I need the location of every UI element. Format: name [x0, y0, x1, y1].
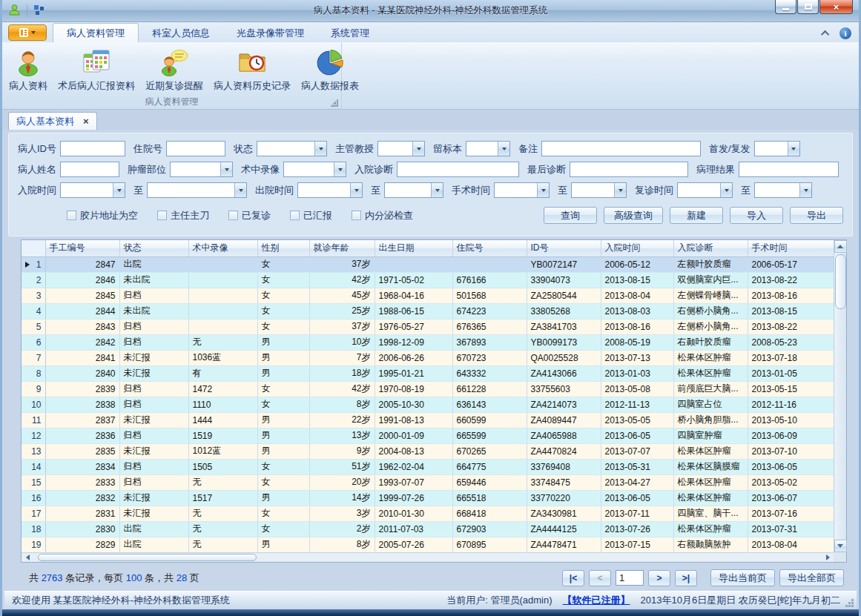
column-header[interactable]: 状态 [119, 240, 188, 256]
filter-input[interactable] [166, 141, 225, 156]
filter-combo[interactable] [377, 141, 425, 156]
scroll-left-button[interactable] [22, 553, 33, 562]
doc-tab-close-icon[interactable]: × [83, 116, 89, 127]
combo-dropdown-button[interactable] [334, 162, 346, 176]
column-header[interactable]: 入院时间 [601, 240, 673, 256]
checkbox-icon[interactable] [290, 211, 300, 220]
filter-combo[interactable] [170, 162, 233, 177]
filter-checkbox[interactable]: 主任主刀 [157, 209, 209, 222]
resize-grip-icon[interactable] [851, 605, 854, 607]
filter-input[interactable] [570, 162, 688, 177]
combo-dropdown-button[interactable] [314, 142, 326, 156]
table-row[interactable]: 102838归档1110女8岁2005-10-30636143ZA4214073… [22, 397, 834, 412]
vertical-scroll-thumb[interactable] [835, 254, 846, 309]
ribbon-tab[interactable]: 系统管理 [317, 24, 383, 42]
table-row[interactable]: 72841未汇报1036蓝男7岁2006-06-26670723QA002552… [22, 350, 834, 365]
export-all-pages-button[interactable]: 导出全部页 [779, 569, 844, 586]
filter-input[interactable] [397, 162, 519, 177]
column-header[interactable]: 手术时间 [748, 240, 834, 256]
close-button[interactable]: × [819, 0, 853, 14]
combo-dropdown-button[interactable] [799, 183, 811, 197]
column-header[interactable]: 入院诊断 [673, 240, 748, 256]
table-row[interactable]: 52843归档女37岁1976-05-27676365ZA38417032013… [22, 319, 834, 334]
column-header[interactable]: 术中录像 [188, 240, 257, 256]
combo-dropdown-button[interactable] [431, 183, 443, 197]
action-button[interactable]: 高级查询 [604, 207, 663, 224]
filter-combo[interactable] [494, 182, 550, 198]
filter-combo[interactable] [754, 141, 800, 156]
checkbox-icon[interactable] [228, 211, 238, 220]
app-menu-button[interactable] [8, 24, 47, 41]
filter-input[interactable] [60, 162, 119, 177]
ribbon-button[interactable]: 病人数据报表 [296, 44, 364, 94]
column-header[interactable]: 住院号 [452, 240, 527, 256]
action-button[interactable]: 导出 [790, 207, 843, 224]
filter-combo[interactable] [60, 182, 125, 198]
table-row[interactable]: 12847出院女37岁YB00721472006-05-12左额叶胶质瘤2006… [22, 256, 834, 272]
filter-combo[interactable] [384, 182, 443, 198]
collapse-ribbon-icon[interactable] [821, 30, 829, 39]
page-number-input[interactable] [616, 570, 644, 586]
table-row[interactable]: 182830出院无女2岁2011-07-03672903ZA4444125201… [22, 521, 834, 537]
filter-combo[interactable] [257, 141, 327, 156]
filter-combo[interactable] [283, 162, 346, 177]
table-row[interactable]: 32845归档女45岁1968-04-16501568ZA25805442013… [22, 288, 834, 303]
action-button[interactable]: 导入 [730, 207, 783, 224]
ribbon-tab[interactable]: 科室人员信息 [139, 24, 223, 42]
doc-tab-patient-basic-info[interactable]: 病人基本资料 × [8, 112, 97, 130]
checkbox-icon[interactable] [352, 211, 361, 220]
combo-dropdown-button[interactable] [350, 183, 362, 197]
combo-dropdown-button[interactable] [113, 183, 125, 197]
combo-input[interactable] [755, 142, 788, 156]
column-header[interactable]: 就诊年龄 [309, 240, 375, 256]
dialog-launcher-icon[interactable] [331, 99, 338, 107]
combo-dropdown-button[interactable] [234, 183, 246, 197]
filter-input[interactable] [541, 141, 701, 156]
combo-input[interactable] [148, 183, 234, 197]
combo-input[interactable] [378, 142, 412, 156]
column-header[interactable]: ID号 [527, 240, 601, 256]
filter-checkbox[interactable]: 已复诊 [228, 209, 271, 222]
horizontal-scroll-thumb[interactable] [38, 554, 257, 561]
combo-input[interactable] [61, 183, 113, 197]
table-row[interactable]: 122836归档1519男13岁2000-01-09665599ZA406598… [22, 428, 834, 443]
info-icon[interactable]: i [839, 27, 851, 39]
table-row[interactable]: 42844未出院女25岁1988-06-15674223338052682013… [22, 303, 834, 319]
filter-checkbox[interactable]: 已汇报 [290, 209, 332, 222]
column-header[interactable]: 手工编号 [45, 240, 119, 256]
scroll-up-button[interactable] [834, 240, 847, 253]
combo-input[interactable] [385, 183, 431, 197]
filter-input[interactable] [60, 141, 125, 156]
combo-dropdown-button[interactable] [788, 142, 799, 156]
combo-input[interactable] [171, 162, 220, 176]
first-page-button[interactable]: |< [562, 570, 584, 586]
filter-input[interactable] [739, 162, 839, 177]
scroll-right-button[interactable] [822, 553, 834, 562]
combo-dropdown-button[interactable] [220, 162, 232, 176]
action-button[interactable]: 新建 [670, 207, 723, 224]
table-row[interactable]: 92839归档1472女42岁1970-08-19661228337556032… [22, 381, 834, 397]
combo-dropdown-button[interactable] [412, 142, 424, 156]
column-header[interactable]: 性别 [257, 240, 309, 256]
table-row[interactable]: 192829出院无男8岁2005-07-26670895ZA4478471201… [22, 537, 834, 552]
checkbox-icon[interactable] [157, 211, 167, 220]
table-row[interactable]: 172831未汇报无女3岁2010-01-30668418ZA343098120… [22, 506, 834, 521]
combo-input[interactable] [678, 183, 720, 197]
last-page-button[interactable]: >| [675, 570, 697, 586]
filter-combo[interactable] [754, 182, 812, 198]
ribbon-button[interactable]: 术后病人汇报资料 [53, 44, 140, 94]
combo-dropdown-button[interactable] [614, 183, 626, 197]
column-header[interactable]: 出生日期 [375, 240, 452, 256]
checkbox-icon[interactable] [67, 211, 76, 220]
prev-page-button[interactable]: < [589, 570, 611, 586]
combo-input[interactable] [755, 183, 799, 197]
registered-link[interactable]: 【软件已注册】 [563, 594, 630, 607]
combo-input[interactable] [284, 162, 334, 176]
filter-checkbox[interactable]: 胶片地址为空 [67, 209, 138, 222]
minimize-button[interactable] [775, 0, 796, 14]
combo-input[interactable] [466, 142, 498, 156]
table-row[interactable]: 142834归档1505女51岁1962-02-0466477533769408… [22, 459, 834, 474]
combo-dropdown-button[interactable] [537, 183, 549, 197]
table-row[interactable]: 22846未出院女42岁1971-05-02676166339040732013… [22, 272, 834, 288]
ribbon-button[interactable]: 近期复诊提醒 [140, 44, 208, 94]
